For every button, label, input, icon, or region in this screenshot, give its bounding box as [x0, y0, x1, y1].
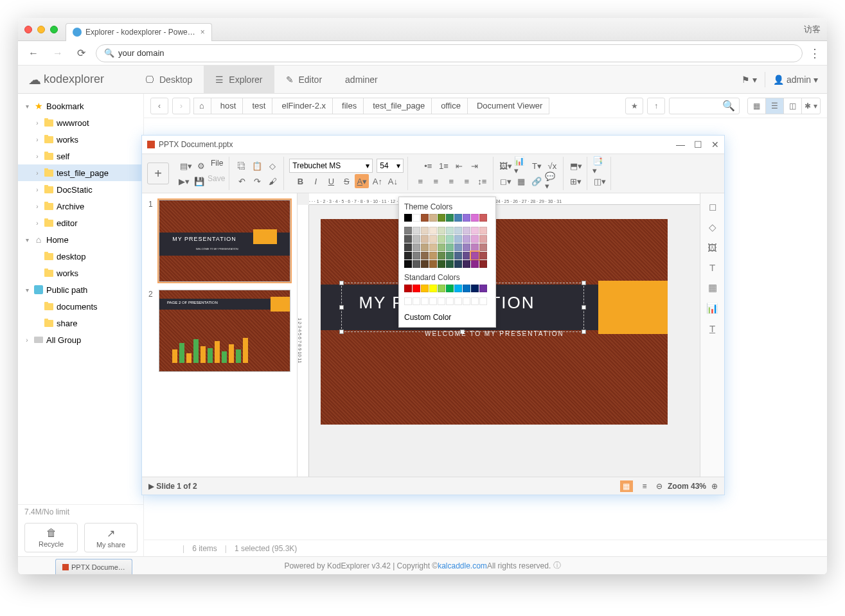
color-swatch[interactable]	[429, 214, 437, 222]
color-swatch[interactable]	[438, 297, 445, 305]
taskbar-item[interactable]: PPTX Docume…	[55, 559, 132, 574]
view-columns-icon[interactable]: ◫	[784, 98, 802, 114]
color-swatch[interactable]	[421, 243, 429, 251]
nav-adminer[interactable]: adminer	[334, 66, 389, 94]
tree-item[interactable]: works	[18, 265, 143, 281]
image-icon[interactable]: 🖼▾	[499, 159, 513, 173]
color-swatch[interactable]	[413, 252, 420, 260]
font-select[interactable]: Trebuchet MS▾	[289, 159, 373, 173]
color-swatch[interactable]	[404, 252, 412, 260]
up-button[interactable]: ↑	[647, 98, 665, 114]
chart-settings-icon[interactable]: 📊	[706, 303, 718, 314]
color-swatch[interactable]	[446, 214, 454, 222]
color-swatch[interactable]	[413, 235, 420, 243]
tree-item[interactable]: ›works	[18, 131, 143, 148]
layout-icon[interactable]: ▤▾	[179, 159, 193, 173]
font-color-button[interactable]: A▾	[355, 174, 369, 188]
color-swatch[interactable]	[438, 227, 445, 234]
slide-size-icon[interactable]: ◫▾	[592, 174, 607, 188]
color-swatch[interactable]	[429, 227, 437, 234]
color-swatch[interactable]	[479, 252, 487, 260]
editor-minimize-icon[interactable]: —	[676, 139, 685, 150]
path-back-button[interactable]: ‹	[150, 98, 168, 114]
tree-public[interactable]: ▾Public path	[18, 281, 143, 298]
tree-item[interactable]: ›wwwroot	[18, 114, 143, 131]
tree-item[interactable]: ›Archive	[18, 198, 143, 215]
color-swatch[interactable]	[446, 260, 454, 268]
color-swatch[interactable]	[471, 235, 479, 243]
color-swatch[interactable]	[404, 243, 412, 251]
add-slide-button[interactable]: +	[147, 163, 169, 184]
color-swatch[interactable]	[479, 297, 487, 305]
gear-icon[interactable]: ⚙	[194, 159, 208, 173]
color-swatch[interactable]	[404, 214, 412, 222]
crumb[interactable]: elFinder-2.x	[272, 98, 333, 114]
zoom-out-icon[interactable]: ⊖	[656, 482, 663, 491]
undo-icon[interactable]: ↶	[235, 174, 249, 188]
address-input[interactable]: 🔍 your domain	[96, 44, 803, 62]
color-swatch[interactable]	[421, 235, 429, 243]
color-swatch[interactable]	[404, 235, 412, 243]
color-swatch[interactable]	[463, 235, 470, 243]
close-window-icon[interactable]	[24, 26, 32, 33]
crumb[interactable]: test	[242, 98, 272, 114]
tree-bookmark[interactable]: ▾★Bookmark	[18, 98, 143, 114]
copy-icon[interactable]: ⿻	[235, 159, 249, 173]
tree-item[interactable]: ›editor	[18, 215, 143, 231]
color-swatch[interactable]	[438, 285, 445, 292]
indent-icon[interactable]: ⇥	[467, 159, 481, 173]
color-swatch[interactable]	[438, 252, 445, 260]
color-swatch[interactable]	[446, 243, 454, 251]
custom-color-button[interactable]: Custom Color	[404, 310, 490, 322]
theme-icon[interactable]: 📑▾	[592, 159, 607, 173]
chart-icon[interactable]: 📊▾	[514, 159, 528, 173]
color-swatch[interactable]	[454, 285, 462, 292]
reload-button[interactable]: ⟳	[73, 44, 89, 62]
color-swatch[interactable]	[463, 214, 470, 222]
underline-button[interactable]: U	[324, 174, 338, 188]
line-spacing-icon[interactable]: ↕≡	[475, 174, 489, 188]
bullets-icon[interactable]: •≡	[421, 159, 435, 173]
color-swatch[interactable]	[429, 243, 437, 251]
shape-icon[interactable]: ◻▾	[499, 174, 513, 188]
favorite-button[interactable]: ★	[625, 98, 643, 114]
numbering-icon[interactable]: 1≡	[436, 159, 450, 173]
shape-settings-icon[interactable]: ◇	[709, 222, 716, 233]
crumb[interactable]: files	[332, 98, 364, 114]
color-swatch[interactable]	[421, 227, 429, 234]
nav-explorer[interactable]: ☰Explorer	[204, 66, 274, 94]
color-swatch[interactable]	[404, 227, 412, 234]
color-swatch[interactable]	[438, 243, 445, 251]
tree-item[interactable]: ›DocStatic	[18, 181, 143, 198]
color-swatch[interactable]	[413, 227, 420, 234]
color-swatch[interactable]	[454, 260, 462, 268]
align-right-icon[interactable]: ≡	[444, 174, 458, 188]
nav-editor[interactable]: ✎Editor	[274, 66, 334, 94]
color-swatch[interactable]	[429, 260, 437, 268]
nav-desktop[interactable]: 🖵Desktop	[134, 66, 204, 94]
user-menu[interactable]: 👤 admin ▾	[773, 75, 818, 85]
italic-button[interactable]: I	[308, 174, 323, 188]
strike-button[interactable]: S	[339, 174, 353, 188]
format-painter-icon[interactable]: 🖌	[265, 174, 280, 188]
color-swatch[interactable]	[429, 297, 437, 305]
color-swatch[interactable]	[471, 297, 479, 305]
tab-close-icon[interactable]: ×	[200, 28, 205, 37]
color-swatch[interactable]	[479, 227, 487, 234]
color-swatch[interactable]	[421, 214, 429, 222]
color-swatch[interactable]	[404, 260, 412, 268]
color-swatch[interactable]	[438, 214, 445, 222]
color-swatch[interactable]	[404, 297, 412, 305]
color-swatch[interactable]	[446, 252, 454, 260]
color-swatch[interactable]	[471, 252, 479, 260]
color-swatch[interactable]	[413, 243, 420, 251]
color-swatch[interactable]	[404, 285, 412, 292]
color-swatch[interactable]	[413, 297, 420, 305]
color-swatch[interactable]	[479, 260, 487, 268]
textbox-icon[interactable]: T▾	[529, 159, 544, 173]
color-swatch[interactable]	[463, 285, 470, 292]
path-forward-button[interactable]: ›	[172, 98, 190, 114]
table-icon[interactable]: ▦	[514, 174, 528, 188]
link-icon[interactable]: 🔗	[529, 174, 544, 188]
back-button[interactable]: ←	[24, 45, 42, 62]
